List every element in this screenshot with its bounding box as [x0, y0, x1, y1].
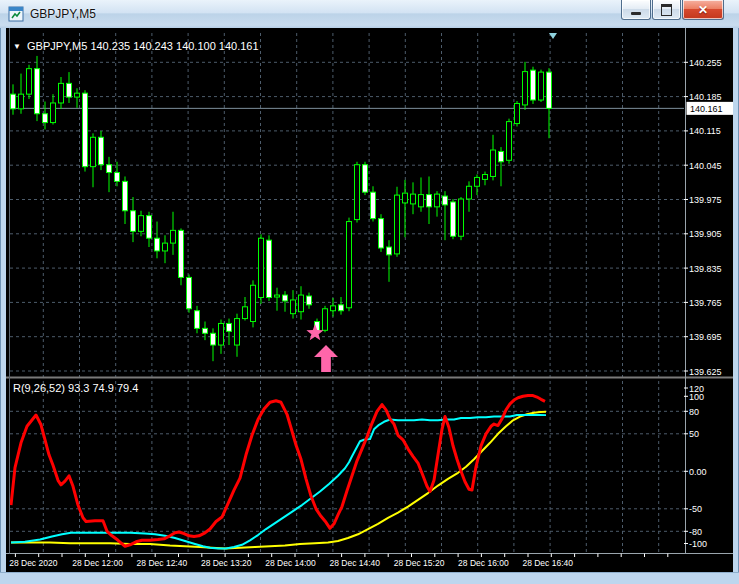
time-tick-label: 28 Dec 12:00	[72, 558, 123, 568]
price-tick-label: 140.255	[689, 58, 722, 68]
candle	[251, 280, 256, 327]
time-tick-label: 28 Dec 12:40	[137, 558, 188, 568]
minimize-icon	[631, 12, 641, 15]
chart-window-icon	[8, 6, 24, 22]
indicator-tick-label: 0.00	[689, 467, 707, 477]
current-price-label: 140.161	[690, 104, 723, 114]
price-tick-label: 139.975	[689, 195, 722, 205]
title-bar[interactable]: GBPJPY,M5 ✕	[0, 0, 739, 28]
price-tick-label: 139.625	[689, 367, 722, 377]
chart-canvas[interactable]: 140.255140.185140.115140.045139.975139.9…	[6, 28, 733, 572]
candle	[507, 119, 512, 164]
symbol-ohlc-header: GBPJPY,M5 140.235 140.243 140.100 140.16…	[27, 40, 259, 52]
candle	[379, 214, 384, 252]
candle	[515, 101, 520, 126]
window-border	[0, 572, 739, 584]
candle	[323, 306, 328, 332]
time-tick-label: 28 Dec 16:40	[522, 558, 573, 568]
price-tick-label: 139.765	[689, 298, 722, 308]
candle	[347, 218, 352, 312]
candle	[267, 235, 272, 301]
symbol-dropdown-icon[interactable]: ▼	[13, 42, 21, 51]
indicator-tick-label: -80	[689, 527, 702, 537]
indicator-tick-label: 50	[689, 429, 699, 439]
candle	[355, 162, 360, 223]
candle	[179, 228, 184, 285]
restore-button[interactable]	[652, 0, 681, 20]
candle	[531, 67, 536, 104]
close-button[interactable]: ✕	[682, 0, 724, 20]
candle	[259, 234, 264, 304]
indicator-tick-label: 100	[689, 392, 704, 402]
time-tick-label: 28 Dec 14:00	[265, 558, 316, 568]
indicator-tick-label: 80	[689, 407, 699, 417]
minimize-button[interactable]	[621, 0, 651, 20]
candle	[459, 197, 464, 240]
window-controls: ✕	[620, 0, 724, 20]
candle	[363, 162, 368, 195]
close-icon: ✕	[698, 4, 708, 16]
restore-icon	[661, 4, 672, 16]
indicator-header: R(9,26,52) 93.3 74.9 79.4	[13, 382, 138, 394]
time-tick-label: 28 Dec 13:20	[201, 558, 252, 568]
candle	[395, 187, 400, 257]
candle	[187, 274, 192, 312]
window-title: GBPJPY,M5	[30, 7, 96, 21]
mt4-chart-window: GBPJPY,M5 ✕ 140.255140.185140.115140.045…	[0, 0, 739, 584]
time-tick-label: 28 Dec 15:20	[394, 558, 445, 568]
candle	[27, 65, 32, 99]
price-tick-label: 140.115	[689, 126, 721, 136]
time-tick-label: 28 Dec 2020	[9, 558, 57, 568]
chart-client-area: 140.255140.185140.115140.045139.975139.9…	[6, 28, 733, 572]
time-tick-label: 28 Dec 16:00	[458, 558, 509, 568]
candle	[99, 131, 104, 170]
price-tick-label: 139.905	[689, 229, 722, 239]
time-tick-label: 28 Dec 14:40	[330, 558, 381, 568]
indicator-tick-label: -50	[689, 504, 702, 514]
candle	[539, 70, 544, 102]
price-tick-label: 140.045	[689, 161, 722, 171]
price-tick-label: 139.695	[689, 332, 722, 342]
candle	[451, 199, 456, 239]
indicator-tick-label: -100	[689, 539, 707, 549]
candle	[83, 90, 88, 171]
price-tick-label: 140.185	[689, 92, 722, 102]
price-tick-label: 139.835	[689, 264, 722, 274]
